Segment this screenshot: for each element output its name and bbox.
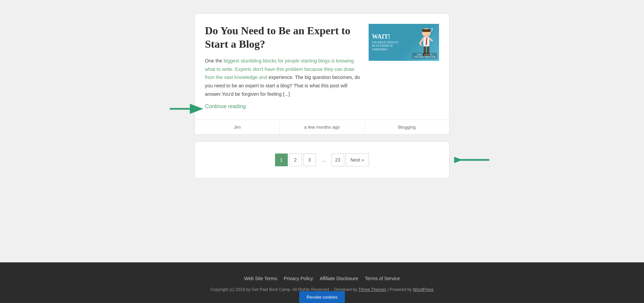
svg-rect-3 — [422, 29, 431, 32]
page-23-button[interactable]: 23 — [331, 154, 344, 166]
article-card: Do You Need to Be an Expert to Start a B… — [195, 13, 449, 135]
wordpress-link[interactable]: WordPress — [413, 287, 434, 292]
article-meta: Jim a few months ago Blogging — [195, 120, 449, 134]
powered-by-text: | Powered by — [386, 287, 413, 292]
svg-line-11 — [420, 38, 423, 43]
footer-links: Web Site Terms Privacy Policy Affiliate … — [7, 276, 637, 281]
svg-text:?: ? — [431, 28, 433, 33]
pagination-ellipsis: ... — [317, 154, 330, 166]
meta-time: a few months ago — [280, 120, 365, 134]
thumb-wait-text: WAIT! — [372, 33, 398, 40]
revoke-cookies-button[interactable]: Revoke cookies — [299, 291, 345, 303]
pagination-card: 1 2 3 ... 23 Next » — [195, 141, 449, 178]
page-1-button[interactable]: 1 — [275, 154, 288, 166]
footer-link-web-site-terms[interactable]: Web Site Terms — [244, 276, 277, 281]
thumb-sub-text: YOU MEAN I NEED TOBE AN EXPERT ATSOMETHI… — [372, 41, 398, 52]
svg-line-13 — [420, 43, 421, 45]
article-thumbnail: WAIT! YOU MEAN I NEED TOBE AN EXPERT ATS… — [369, 24, 439, 61]
article-title: Do You Need to Be an Expert to Start a B… — [205, 24, 362, 51]
article-body: Do You Need to Be an Expert to Start a B… — [195, 14, 449, 120]
page-2-button[interactable]: 2 — [289, 154, 302, 166]
continue-reading-arrow — [168, 103, 203, 115]
article-excerpt: One the biggest stumbling blocks for peo… — [205, 57, 362, 98]
footer-link-affiliate-disclosure[interactable]: Affiliate Disclosure — [320, 276, 358, 281]
excerpt-link[interactable]: biggest stumbling blocks for people star… — [205, 58, 354, 80]
footer-link-privacy-policy[interactable]: Privacy Policy — [284, 276, 313, 281]
page-3-button[interactable]: 3 — [303, 154, 316, 166]
svg-line-12 — [429, 38, 432, 41]
meta-author: Jim — [195, 120, 280, 134]
continue-reading-container: Continue reading — [205, 103, 362, 113]
content-wrapper: Do You Need to Be an Expert to Start a B… — [195, 13, 449, 242]
thumb-inner: WAIT! YOU MEAN I NEED TOBE AN EXPERT ATS… — [369, 24, 439, 61]
continue-reading-link[interactable]: Continue reading — [205, 103, 246, 110]
pagination-arrow — [454, 154, 491, 166]
article-text: Do You Need to Be an Expert to Start a B… — [205, 24, 362, 113]
meta-category: Blogging — [365, 120, 449, 134]
thumb-bottom-text: DON'T WORRYTHIS WILL HELP YOU — [412, 53, 437, 59]
thrive-themes-link[interactable]: Thrive Themes — [358, 287, 386, 292]
thumb-text: WAIT! YOU MEAN I NEED TOBE AN EXPERT ATS… — [372, 33, 398, 52]
footer-link-terms-of-service[interactable]: Terms of Service — [365, 276, 400, 281]
next-page-button[interactable]: Next » — [345, 154, 369, 166]
